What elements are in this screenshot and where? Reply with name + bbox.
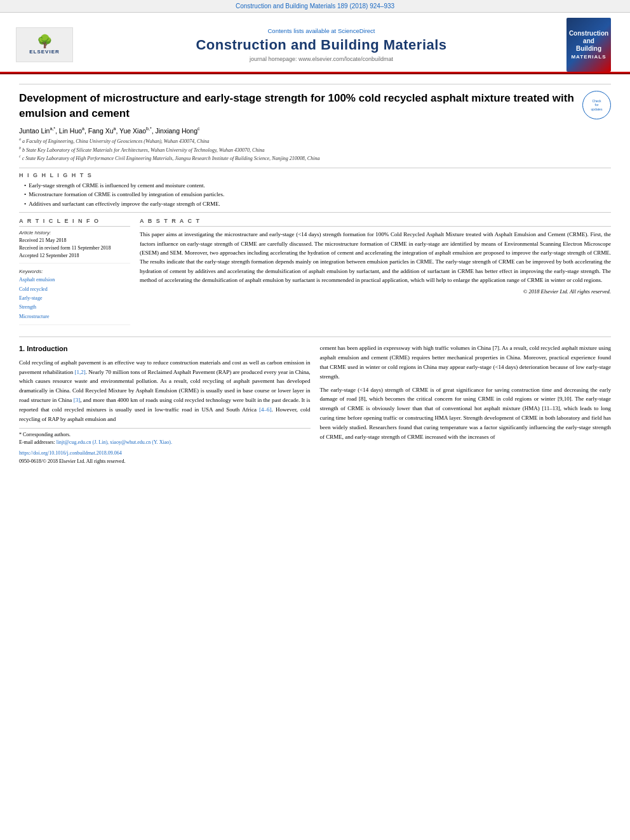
header-separator — [0, 73, 630, 74]
affiliations: a a Faculty of Engineering, China Univer… — [19, 137, 611, 163]
highlight-item-1: • Early-stage strength of CRME is influe… — [24, 181, 611, 190]
journal-logo-right: ConstructionandBuildingMATERIALS — [566, 18, 617, 72]
doi-header-text: Construction and Building Materials 189 … — [236, 3, 394, 10]
accepted-text: Accepted 12 September 2018 — [19, 252, 130, 260]
elsevier-tree-icon: 🌳 — [37, 35, 53, 48]
abstract-text: This paper aims at investigating the mic… — [140, 230, 611, 284]
sup-a: a — [19, 137, 21, 141]
intro-para1: Cold recycling of asphalt pavement is an… — [19, 358, 311, 424]
email-addresses: linjt@cug.edu.cn (J. Lin), xiaoy@whut.ed… — [57, 439, 172, 445]
affiliation-b: b b State Key Laboratory of Silicate Mat… — [19, 145, 611, 154]
author-sup-a3: a — [114, 126, 116, 131]
elsevier-logo-container: 🌳 ELSEVIER — [13, 27, 76, 62]
affiliation-c: c c State Key Laboratory of High Perform… — [19, 154, 611, 163]
highlight-item-3: • Additives and surfactant can effective… — [24, 199, 611, 208]
author-sup-c: c — [198, 126, 200, 131]
article-info: A R T I C L E I N F O Article history: R… — [19, 218, 130, 330]
sup-b: b — [19, 146, 21, 150]
email-line: E-mail addresses: linjt@cug.edu.cn (J. L… — [19, 439, 311, 447]
revised-text: Received in revised form 11 September 20… — [19, 244, 130, 252]
intro-para2: cement has been applied in expressway wi… — [320, 343, 612, 381]
sup-c: c — [19, 154, 21, 158]
article-title-section: Development of microstructure and early-… — [19, 84, 611, 121]
keyword-4: Strength — [19, 303, 130, 312]
highlights-section: H I G H L I G H T S • Early-stage streng… — [19, 168, 611, 213]
history-label: Article history: — [19, 230, 130, 236]
bullet-3: • — [24, 199, 26, 208]
main-content: Development of microstructure and early-… — [0, 77, 630, 472]
footnote-block: * Corresponding authors. E-mail addresse… — [19, 428, 311, 448]
highlights-title: H I G H L I G H T S — [19, 172, 611, 178]
url-bar: Construction and Building Materials 189 … — [0, 0, 630, 13]
keyword-1: Asphalt emulsion — [19, 276, 130, 284]
affiliation-a: a a Faculty of Engineering, China Univer… — [19, 137, 611, 145]
author-sup-b: b,* — [146, 126, 152, 131]
footer-doi-line: https://doi.org/10.1016/j.conbuildmat.20… — [19, 450, 311, 458]
keyword-5: Microstructure — [19, 312, 130, 321]
corresponding-note: * Corresponding authors. — [19, 431, 311, 439]
ref-3[interactable]: [3] — [74, 397, 81, 403]
journal-header: 🌳 ELSEVIER Contents lists available at S… — [0, 13, 630, 73]
page: Construction and Building Materials 189 … — [0, 0, 630, 840]
keywords-list: Asphalt emulsion Cold recycled Early-sta… — [19, 276, 130, 321]
journal-title: Construction and Building Materials — [86, 37, 557, 53]
received-text: Received 21 May 2018 — [19, 237, 130, 244]
ref-1-2[interactable]: [1,2] — [74, 369, 85, 375]
journal-logo-box: ConstructionandBuildingMATERIALS — [566, 18, 611, 72]
abstract-section: A B S T R A C T This paper aims at inves… — [140, 218, 611, 330]
sciencedirect-text: Contents lists available at ScienceDirec… — [86, 27, 557, 34]
body-content: 1. Introduction Cold recycling of asphal… — [19, 337, 611, 466]
author-sup-a: a,* — [50, 126, 55, 131]
elsevier-label: ELSEVIER — [29, 49, 60, 55]
bullet-2: • — [24, 190, 26, 199]
footer-issn: 0950-0618/© 2018 Elsevier Ltd. All right… — [19, 458, 311, 466]
elsevier-logo: 🌳 ELSEVIER — [16, 27, 73, 62]
body-col-left: 1. Introduction Cold recycling of asphal… — [19, 343, 311, 466]
journal-center: Contents lists available at ScienceDirec… — [76, 24, 566, 65]
check-updates-badge: Checkforupdates — [582, 91, 611, 119]
footer-doi: https://doi.org/10.1016/j.conbuildmat.20… — [19, 450, 122, 456]
article-info-title: A R T I C L E I N F O — [19, 218, 130, 227]
keywords-label: Keywords: — [19, 269, 130, 274]
keywords-block: Keywords: Asphalt emulsion Cold recycled… — [19, 269, 130, 325]
ref-4-6[interactable]: [4–6] — [259, 406, 272, 413]
keyword-3: Early-stage — [19, 294, 130, 303]
journal-homepage: journal homepage: www.elsevier.com/locat… — [86, 56, 557, 62]
info-abstract-section: A R T I C L E I N F O Article history: R… — [19, 218, 611, 330]
history-block: Article history: Received 21 May 2018 Re… — [19, 230, 130, 263]
abstract-title: A B S T R A C T — [140, 218, 611, 227]
sciencedirect-link[interactable]: ScienceDirect — [338, 27, 375, 34]
logo-right-text: ConstructionandBuildingMATERIALS — [569, 30, 608, 60]
intro-section-title: 1. Introduction — [19, 343, 311, 355]
author-sup-a2: a — [82, 126, 84, 131]
authors-line: Juntao Lina,*, Lin Huoa, Fang Xua, Yue X… — [19, 126, 611, 135]
keyword-2: Cold recycled — [19, 285, 130, 294]
intro-para3: The early-stage (<14 days) strength of C… — [320, 385, 612, 442]
body-col-right: cement has been applied in expressway wi… — [320, 343, 612, 466]
check-updates-text: Checkforupdates — [591, 99, 603, 112]
copyright-line: © 2018 Elsevier Ltd. All rights reserved… — [140, 288, 611, 295]
highlight-item-2: • Microstructure formation of CRME is co… — [24, 190, 611, 199]
article-title: Development of microstructure and early-… — [19, 91, 576, 121]
bullet-1: • — [24, 181, 26, 190]
